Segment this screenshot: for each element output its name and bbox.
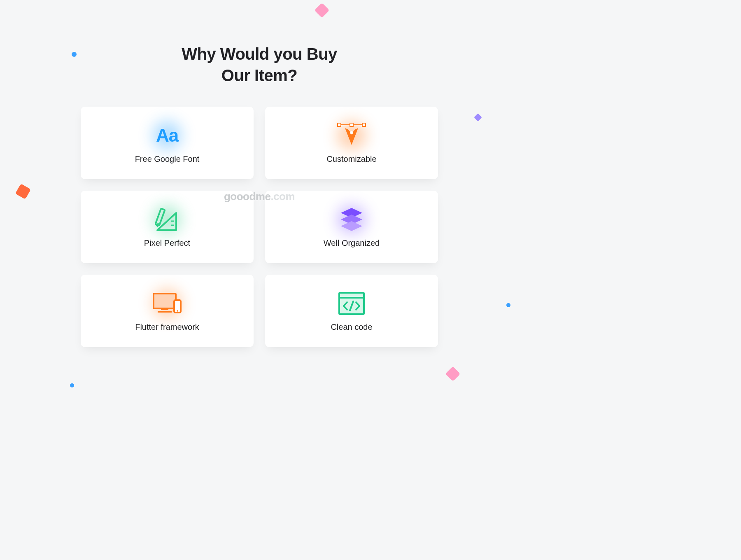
feature-title: Customizable: [326, 154, 376, 164]
svg-point-12: [177, 310, 178, 312]
svg-point-4: [350, 131, 353, 134]
svg-rect-13: [339, 293, 364, 314]
feature-card-well-organized: Well Organized: [265, 191, 438, 263]
confetti-pink: [445, 366, 461, 382]
feature-card-pixel-perfect: Pixel Perfect: [81, 191, 254, 263]
svg-rect-9: [161, 308, 168, 310]
devices-icon: [151, 290, 183, 317]
svg-rect-1: [338, 123, 341, 126]
aa-icon: Aa: [156, 122, 178, 149]
feature-title: Flutter framework: [135, 322, 199, 332]
svg-rect-2: [350, 123, 353, 126]
heading-line-1: Why Would you Buy: [182, 45, 337, 63]
feature-card-customizable: Customizable: [265, 107, 438, 179]
code-window-icon: [338, 290, 365, 317]
feature-card-clean-code: Clean code: [265, 275, 438, 347]
svg-rect-7: [155, 208, 165, 225]
feature-title: Pixel Perfect: [144, 238, 190, 248]
svg-rect-10: [158, 311, 172, 313]
feature-card-flutter-framework: Flutter framework: [81, 275, 254, 347]
svg-rect-3: [362, 123, 366, 126]
pencil-ruler-icon: [152, 206, 182, 233]
layers-icon: [338, 206, 365, 233]
feature-title: Clean code: [331, 322, 372, 332]
confetti-blue: [70, 383, 74, 387]
confetti-purple: [474, 113, 482, 121]
confetti-blue: [506, 303, 510, 307]
feature-title: Free Google Font: [135, 154, 200, 164]
feature-grid: Aa Free Google Font Customizable: [81, 107, 438, 347]
confetti-orange: [15, 184, 31, 199]
confetti-blue: [72, 52, 77, 57]
section-title: Why Would you Buy Our Item?: [0, 0, 519, 86]
pen-tool-icon: [337, 122, 366, 149]
feature-card-google-font: Aa Free Google Font: [81, 107, 254, 179]
svg-rect-8: [154, 294, 176, 308]
heading-line-2: Our Item?: [221, 66, 297, 84]
feature-title: Well Organized: [324, 238, 380, 248]
